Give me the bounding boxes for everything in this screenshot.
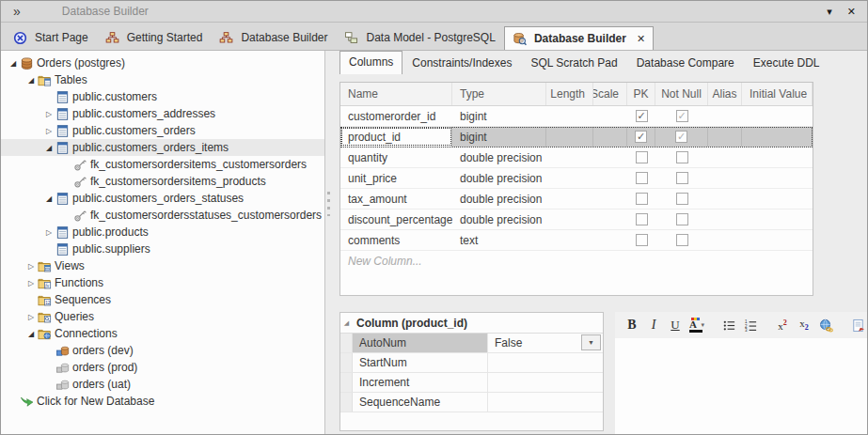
type-cell[interactable]: text [452,230,546,250]
unchecked-checkbox[interactable] [676,172,688,184]
name-cell[interactable]: customerorder_id [340,106,452,126]
tree-item-orders-dev[interactable]: orders (dev) [1,342,324,359]
close-tab-icon[interactable]: ✕ [637,33,645,45]
expand-icon[interactable]: ▷ [42,110,55,118]
property-row-sequencename[interactable]: SequenceName [340,393,603,412]
tree-item-connections[interactable]: ◢Connections [1,325,324,342]
alias-cell[interactable] [708,189,742,209]
scale-cell[interactable] [593,127,627,147]
scale-cell[interactable] [593,168,627,188]
collapse-section-icon[interactable]: ◢ [340,313,353,333]
collapse-panel-icon[interactable]: » [13,4,21,19]
length-cell[interactable] [546,210,593,229]
type-cell[interactable]: double precision [452,210,546,229]
unchecked-checkbox[interactable] [636,193,648,205]
column-row-unit-price[interactable]: unit_pricedouble precision [340,168,813,189]
type-cell[interactable]: double precision [452,168,546,188]
length-cell[interactable] [546,230,593,250]
column-row-product-id[interactable]: product_idbigint [340,127,813,148]
doc-tab-getting-started[interactable]: Getting Started [97,25,212,50]
tree-item-queries[interactable]: ▷Queries [1,308,324,325]
panel-splitter[interactable] [325,51,332,434]
unchecked-checkbox[interactable] [636,213,648,225]
expand-icon[interactable]: ▷ [24,279,38,287]
length-cell[interactable] [546,148,593,167]
new-column-row[interactable]: New Column... [340,251,813,272]
name-cell[interactable]: comments [340,230,452,250]
length-cell[interactable] [546,106,593,126]
bullet-list-button[interactable] [719,316,738,335]
initial-value-cell[interactable] [742,106,813,126]
length-cell[interactable] [546,189,593,209]
insert-document-button[interactable] [848,316,867,335]
doc-tab-database-builder[interactable]: Database Builder [211,25,336,50]
tab-database-compare[interactable]: Database Compare [627,53,744,74]
tree-item-orders-uat[interactable]: orders (uat) [1,376,324,393]
scale-cell[interactable] [593,148,627,167]
expand-icon[interactable]: ▷ [24,313,38,321]
tree-item-public-customers[interactable]: public.customers [1,88,324,105]
tree-item-views[interactable]: ▷Views [1,257,324,274]
unchecked-checkbox[interactable] [636,234,648,246]
italic-button[interactable]: I [644,316,663,335]
tree-item-functions[interactable]: ▷fxFunctions [1,274,324,291]
tree-item-orders-prod[interactable]: orders (prod) [1,359,324,376]
name-cell[interactable]: unit_price [340,168,452,188]
type-cell[interactable]: double precision [452,189,546,209]
property-value[interactable] [488,373,603,392]
tree-item-tables[interactable]: ◢Tables [1,71,324,88]
underline-button[interactable]: U [666,316,685,335]
tree-item-public-customers-orders[interactable]: ▷public.customers_orders [1,122,324,139]
tree-item-public-customers-orders-statuses[interactable]: ◢public.customers_orders_statuses [1,190,324,207]
alias-cell[interactable] [708,168,742,188]
property-row-startnum[interactable]: StartNum [340,353,603,373]
alias-cell[interactable] [708,148,742,167]
checked-checkbox[interactable] [675,131,687,143]
alias-cell[interactable] [708,127,742,147]
initial-value-cell[interactable] [742,127,813,147]
initial-value-cell[interactable] [742,210,813,229]
property-row-autonum[interactable]: AutoNumFalse▼ [340,334,603,353]
collapse-icon[interactable]: ◢ [24,330,38,338]
tree-item-click-for-new-database[interactable]: Click for New Database [1,393,324,410]
tree-item-sequences[interactable]: 12Sequences [1,291,324,308]
tree-item-fk-customersordersitems-products[interactable]: fk_customersordersitems_products [1,173,324,190]
window-menu-icon[interactable]: ▾ [827,7,832,17]
superscript-button[interactable]: x2 [773,316,792,335]
font-color-button[interactable]: A▾ [687,316,706,335]
column-row-discount-percentage[interactable]: discount_percentagedouble precision [340,210,813,230]
name-cell[interactable]: tax_amount [340,189,452,209]
tree-item-orders-postgres[interactable]: ◢Orders (postgres) [1,54,324,71]
subscript-button[interactable]: x2 [795,316,813,335]
numbered-list-button[interactable]: 123 [741,316,760,335]
scale-cell[interactable] [593,189,627,209]
unchecked-checkbox[interactable] [676,213,688,225]
expand-icon[interactable]: ▷ [42,127,55,135]
tree-item-public-customers-addresses[interactable]: ▷public.customers_addresses [1,105,324,122]
scale-cell[interactable] [593,210,627,229]
scale-cell[interactable] [593,106,627,126]
tab-columns[interactable]: Columns [339,51,402,74]
collapse-icon[interactable]: ◢ [42,194,55,203]
tree-item-fk-customersordersitems-customersorders[interactable]: fk_customersordersitems_customersorders [1,156,324,173]
expand-icon[interactable]: ▷ [24,262,38,271]
property-row-increment[interactable]: Increment [340,373,603,393]
collapse-icon[interactable]: ◢ [24,76,38,85]
tab-execute-ddl[interactable]: Execute DDL [744,53,829,74]
column-row-comments[interactable]: commentstext [340,230,813,251]
initial-value-cell[interactable] [742,168,813,188]
tree-item-fk-customersordersstatuses-customersorders[interactable]: fk_customersordersstatuses_customersorde… [1,207,324,224]
initial-value-cell[interactable] [742,189,813,209]
unchecked-checkbox[interactable] [676,234,688,246]
checked-checkbox[interactable] [676,110,688,122]
hyperlink-button[interactable] [816,316,835,335]
alias-cell[interactable] [708,210,742,229]
length-cell[interactable] [546,127,593,147]
property-value[interactable]: False▼ [488,334,603,352]
collapse-icon[interactable]: ◢ [42,144,55,152]
collapse-icon[interactable]: ◢ [7,59,20,68]
unchecked-checkbox[interactable] [676,151,688,163]
notes-content[interactable] [615,338,867,434]
bold-button[interactable]: B [623,316,641,335]
tab-constraints-indexes[interactable]: Constraints/Indexes [402,53,521,74]
